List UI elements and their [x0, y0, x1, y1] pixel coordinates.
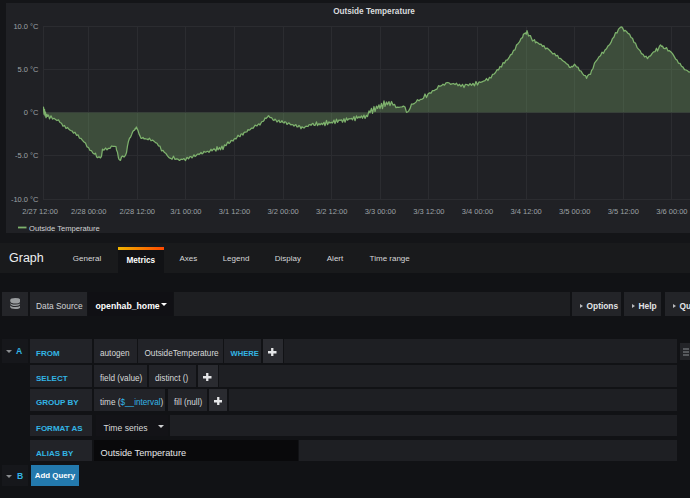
svg-text:3/2 00:00: 3/2 00:00: [267, 207, 298, 216]
svg-text:3/4 12:00: 3/4 12:00: [510, 207, 541, 216]
svg-text:0 °C: 0 °C: [24, 108, 39, 117]
svg-text:3/1 12:00: 3/1 12:00: [219, 207, 250, 216]
svg-text:2/27 12:00: 2/27 12:00: [22, 207, 57, 216]
svg-text:3/5 00:00: 3/5 00:00: [559, 207, 590, 216]
svg-text:2/28 12:00: 2/28 12:00: [120, 207, 155, 216]
svg-text:3/1 00:00: 3/1 00:00: [170, 207, 201, 216]
svg-text:2/28 00:00: 2/28 00:00: [71, 207, 106, 216]
svg-text:3/4 00:00: 3/4 00:00: [462, 207, 493, 216]
svg-text:-5.0 °C: -5.0 °C: [15, 151, 39, 160]
svg-text:3/3 12:00: 3/3 12:00: [413, 207, 444, 216]
svg-text:3/2 12:00: 3/2 12:00: [316, 207, 347, 216]
svg-text:3/6 00:00: 3/6 00:00: [656, 207, 687, 216]
svg-text:3/3 00:00: 3/3 00:00: [365, 207, 396, 216]
svg-text:10.0 °C: 10.0 °C: [13, 22, 39, 31]
svg-text:5.0 °C: 5.0 °C: [18, 65, 40, 74]
svg-text:3/5 12:00: 3/5 12:00: [608, 207, 639, 216]
svg-text:Outside Temperature: Outside Temperature: [29, 224, 100, 233]
svg-text:-10.0 °C: -10.0 °C: [11, 195, 39, 204]
